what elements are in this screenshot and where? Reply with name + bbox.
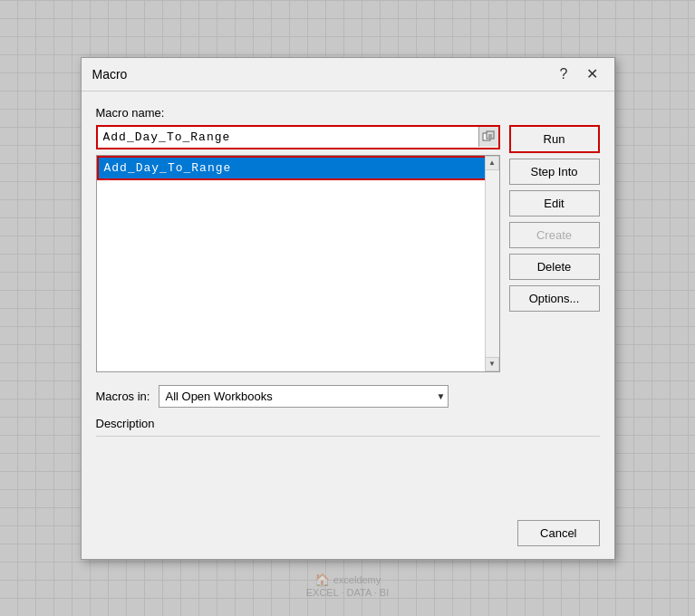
main-row: Add_Day_To_Range ▲ ▼ Run Step Into Edit … [96, 125, 600, 372]
scroll-down-arrow[interactable]: ▼ [485, 357, 499, 371]
create-button[interactable]: Create [509, 222, 600, 248]
title-bar-left: Macro [92, 67, 128, 82]
watermark: 🏠 exceldemy EXCEL · DATA · BI [306, 573, 390, 598]
delete-button[interactable]: Delete [509, 254, 600, 280]
macros-in-select-wrapper: All Open Workbooks This Workbook Persona… [159, 385, 449, 408]
title-bar-right: ? ✕ [555, 65, 603, 83]
bottom-buttons: Cancel [82, 511, 614, 559]
right-panel: Run Step Into Edit Create Delete Options… [509, 125, 600, 372]
help-button[interactable]: ? [555, 65, 574, 83]
watermark-tagline: EXCEL · DATA · BI [306, 587, 390, 598]
close-button[interactable]: ✕ [581, 65, 603, 83]
options-button[interactable]: Options... [509, 285, 600, 312]
scroll-up-arrow[interactable]: ▲ [485, 156, 499, 170]
macro-name-row [96, 125, 500, 149]
cancel-button[interactable]: Cancel [517, 520, 599, 546]
macro-list-item[interactable]: Add_Day_To_Range [97, 156, 499, 180]
macros-in-row: Macros in: All Open Workbooks This Workb… [96, 385, 600, 408]
description-label: Description [96, 417, 600, 437]
bottom-section: Macros in: All Open Workbooks This Workb… [96, 385, 600, 496]
watermark-site: exceldemy [333, 574, 381, 585]
macro-list-container[interactable]: Add_Day_To_Range ▲ ▼ [96, 155, 500, 372]
edit-button[interactable]: Edit [509, 190, 600, 217]
macro-name-input[interactable] [98, 127, 475, 148]
step-into-button[interactable]: Step Into [509, 159, 600, 185]
title-bar: Macro ? ✕ [82, 58, 614, 91]
macro-dialog: Macro ? ✕ Macro name: [81, 57, 615, 560]
scrollbar: ▲ ▼ [485, 156, 499, 371]
description-area [96, 442, 600, 496]
macro-name-label: Macro name: [96, 106, 600, 120]
macros-in-label: Macros in: [96, 390, 150, 403]
macros-in-select[interactable]: All Open Workbooks This Workbook Persona… [159, 385, 449, 408]
watermark-icon: 🏠 [314, 573, 330, 587]
dialog-title: Macro [92, 67, 128, 82]
left-panel: Add_Day_To_Range ▲ ▼ [96, 125, 500, 372]
run-button[interactable]: Run [509, 125, 600, 153]
macro-browse-icon[interactable] [478, 127, 498, 147]
watermark-logo: 🏠 exceldemy [306, 573, 390, 587]
dialog-body: Macro name: Add_Day_To_Range [82, 91, 614, 511]
